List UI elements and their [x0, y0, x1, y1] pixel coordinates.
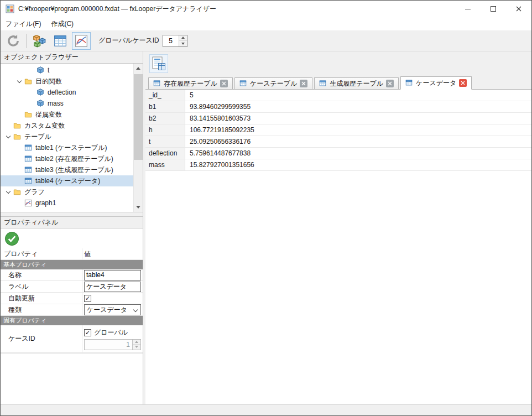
row-header-cell[interactable]: mass	[145, 159, 185, 170]
tree-item-table3[interactable]: table3 (生成履歴テーブル)	[1, 164, 133, 175]
refresh-button[interactable]	[4, 32, 23, 50]
row-header-cell[interactable]: deflection	[145, 148, 185, 159]
tab-close-button[interactable]	[386, 80, 394, 87]
new-graph-button[interactable]	[72, 32, 91, 50]
tab-generation-history-table[interactable]: 生成履歴テーブル	[314, 77, 399, 89]
tree-item-graphs[interactable]: グラフ	[1, 186, 133, 197]
name-input[interactable]	[84, 270, 141, 280]
property-caseid-label: ケースID	[1, 325, 82, 352]
tree-item-label: t	[48, 66, 49, 74]
document-tab-bar: 存在履歴テーブル ケーステーブル 生成履歴テーブル ケースデータ	[145, 76, 531, 90]
folder-icon	[24, 110, 33, 119]
table-view-toolbar	[145, 51, 531, 76]
table-icon	[405, 79, 413, 87]
tree-item-table4[interactable]: table4 (ケースデータ)	[1, 175, 133, 186]
value-cell[interactable]: 5.759614487677838	[185, 148, 531, 159]
spin-up-button[interactable]	[179, 35, 187, 41]
maximize-button[interactable]	[481, 1, 506, 17]
row-header-cell[interactable]: h	[145, 124, 185, 136]
row-header-cell[interactable]: _id_	[145, 90, 185, 101]
table-row: b2 83.14155801603573	[145, 113, 531, 124]
tab-close-button[interactable]	[300, 80, 307, 87]
value-cell[interactable]: 83.14155801603573	[185, 113, 531, 124]
autoupdate-checkbox[interactable]: ✓	[84, 295, 91, 302]
tree-item-dependent-variables[interactable]: 従属変数	[1, 109, 133, 120]
tree-item-objective-functions[interactable]: 目的関数	[1, 76, 133, 87]
check-icon: ✓	[85, 295, 90, 301]
tab-case-data[interactable]: ケースデータ	[400, 76, 472, 90]
spin-down-button[interactable]	[179, 41, 187, 46]
type-dropdown[interactable]: ケースデータ	[84, 304, 141, 315]
folder-icon	[13, 132, 22, 141]
tree-item-graph1[interactable]: graph1	[1, 197, 133, 209]
tree-item-tables[interactable]: テーブル	[1, 131, 133, 142]
refresh-icon	[6, 34, 20, 48]
row-header-cell[interactable]: b1	[145, 101, 185, 112]
scrollbar-down-button[interactable]	[134, 202, 143, 212]
tree-item-label: 目的関数	[35, 77, 62, 86]
title-bar[interactable]: C:¥fxooper¥program.000000.fxdat — fxLoop…	[1, 1, 531, 17]
value-cell[interactable]: 15.827927001351656	[185, 159, 531, 170]
tree-item-deflection[interactable]: deflection	[1, 87, 133, 98]
tree-item-mass[interactable]: mass	[1, 98, 133, 109]
new-variable-button[interactable]	[30, 32, 49, 50]
folder-icon	[13, 121, 22, 130]
scrollbar-thumb[interactable]	[134, 74, 143, 160]
menu-file[interactable]: ファイル(F)	[1, 17, 46, 30]
tree-item-table1[interactable]: table1 (ケーステーブル)	[1, 142, 133, 153]
tab-label: ケーステーブル	[250, 79, 297, 89]
copy-table-button[interactable]	[149, 54, 168, 73]
expand-chevron-icon[interactable]	[4, 136, 13, 138]
close-icon	[301, 81, 306, 86]
tab-label: 存在履歴テーブル	[164, 79, 217, 89]
minimize-button[interactable]	[455, 1, 481, 17]
close-button[interactable]	[506, 1, 531, 17]
app-icon	[6, 4, 14, 13]
tab-case-table[interactable]: ケーステーブル	[234, 77, 312, 89]
copy-table-icon	[151, 56, 166, 71]
table-row: t 25.09250656336176	[145, 136, 531, 148]
global-checkbox-row: ✓ グローバル	[84, 328, 141, 337]
expand-chevron-icon[interactable]	[15, 80, 24, 82]
menu-create[interactable]: 作成(C)	[46, 17, 79, 30]
spin-down-button[interactable]	[133, 345, 140, 350]
column-header-value: 値	[82, 248, 143, 259]
tree-item-table2[interactable]: table2 (存在履歴テーブル)	[1, 153, 133, 164]
spin-up-button[interactable]	[133, 340, 140, 345]
expand-chevron-icon[interactable]	[4, 191, 13, 193]
table-icon	[24, 165, 33, 174]
object-browser-tree: t 目的関数 deflection	[1, 64, 143, 212]
value-cell[interactable]: 106.77219185092235	[185, 124, 531, 136]
tree-item-label: mass	[48, 100, 64, 107]
table-icon	[24, 143, 33, 152]
table-row: h 106.77219185092235	[145, 124, 531, 136]
close-icon	[222, 81, 226, 86]
panel-splitter[interactable]	[1, 212, 143, 216]
tab-close-button[interactable]	[459, 79, 467, 87]
row-header-cell[interactable]: t	[145, 136, 185, 147]
value-cell[interactable]: 93.89460299599355	[185, 101, 531, 112]
apply-properties-button[interactable]	[4, 231, 19, 246]
tab-close-button[interactable]	[220, 80, 228, 87]
main-area: オブジェクトブラウザー t 目的関数	[1, 51, 531, 404]
value-cell[interactable]: 5	[185, 90, 531, 101]
tree-scrollbar[interactable]	[133, 64, 143, 212]
tree-item-custom-variables[interactable]: カスタム変数	[1, 120, 133, 131]
property-row-autoupdate: 自動更新 ✓	[1, 293, 143, 304]
value-cell[interactable]: 25.09250656336176	[185, 136, 531, 147]
label-input[interactable]	[84, 282, 141, 292]
tree-item-label: グラフ	[24, 188, 45, 197]
tab-existence-history-table[interactable]: 存在履歴テーブル	[148, 77, 233, 89]
global-checkbox[interactable]: ✓	[84, 329, 91, 336]
spin-buttons	[132, 340, 140, 350]
property-autoupdate-label: 自動更新	[1, 293, 82, 304]
tree-item-label: deflection	[48, 89, 76, 96]
row-header-cell[interactable]: b2	[145, 113, 185, 124]
cubes-icon	[32, 34, 46, 48]
tree-item-t[interactable]: t	[1, 65, 133, 76]
check-icon: ✓	[85, 330, 90, 335]
global-case-id-input[interactable]	[163, 35, 179, 46]
new-table-button[interactable]	[51, 32, 70, 50]
scrollbar-up-button[interactable]	[134, 64, 143, 73]
chevron-down-icon	[133, 308, 138, 312]
